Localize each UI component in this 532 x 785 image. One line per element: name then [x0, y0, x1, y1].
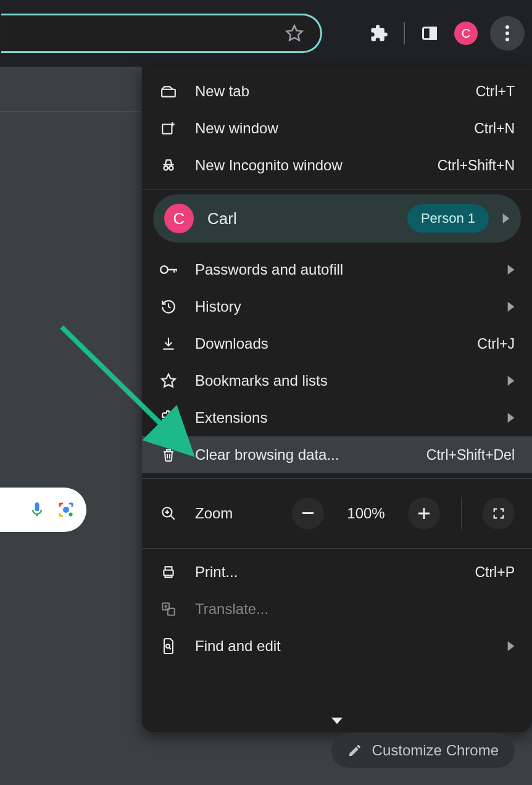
puzzle-icon — [159, 410, 178, 426]
menu-item-label: New Incognito window — [195, 157, 420, 174]
menu-item-zoom: Zoom 100% — [142, 484, 532, 543]
menu-item-label: Translate... — [195, 600, 515, 618]
chevron-right-icon — [504, 641, 515, 651]
chevron-right-icon — [504, 302, 515, 312]
svg-point-4 — [505, 31, 509, 35]
new-window-icon — [159, 120, 178, 136]
star-icon — [159, 373, 178, 389]
svg-rect-8 — [162, 89, 175, 97]
zoom-in-icon — [159, 505, 178, 521]
menu-item-shortcut: Ctrl+Shift+N — [438, 157, 515, 174]
fullscreen-button[interactable] — [483, 497, 515, 530]
menu-item-shortcut: Ctrl+Shift+Del — [426, 447, 515, 463]
profile-avatar-icon: C — [164, 204, 194, 233]
menu-separator — [142, 548, 532, 549]
zoom-in-button[interactable] — [408, 497, 440, 530]
menu-item-label: Downloads — [195, 335, 460, 352]
svg-marker-13 — [162, 374, 175, 387]
menu-item-label: Passwords and autofill — [195, 261, 486, 278]
svg-point-5 — [505, 38, 509, 41]
voice-search-icon[interactable] — [28, 501, 46, 518]
chevron-right-icon — [504, 376, 515, 386]
print-icon — [159, 564, 178, 580]
translate-icon — [159, 601, 178, 617]
main-menu-dropdown: New tab Ctrl+T New window Ctrl+N New Inc… — [142, 67, 532, 732]
svg-point-11 — [169, 166, 173, 170]
svg-point-10 — [164, 166, 168, 170]
zoom-separator — [461, 497, 462, 530]
chevron-right-icon — [502, 214, 510, 223]
extensions-puzzle-icon[interactable] — [367, 21, 391, 46]
pencil-icon — [347, 743, 362, 758]
menu-item-downloads[interactable]: Downloads Ctrl+J — [142, 325, 532, 362]
svg-point-21 — [166, 644, 170, 648]
customize-chrome-label: Customize Chrome — [372, 742, 499, 759]
menu-item-new-window[interactable]: New window Ctrl+N — [142, 110, 532, 147]
menu-item-print[interactable]: Print... Ctrl+P — [142, 554, 532, 591]
chevron-right-icon — [504, 265, 515, 275]
menu-item-clear-browsing-data[interactable]: Clear browsing data... Ctrl+Shift+Del — [142, 436, 532, 473]
menu-item-extensions[interactable]: Extensions — [142, 399, 532, 436]
browser-toolbar: C — [0, 0, 532, 67]
key-icon — [159, 264, 178, 275]
chevron-right-icon — [504, 413, 515, 423]
menu-item-shortcut: Ctrl+P — [475, 564, 515, 581]
menu-item-new-incognito[interactable]: New Incognito window Ctrl+Shift+N — [142, 147, 532, 184]
menu-item-label: Find and edit — [195, 638, 486, 655]
svg-rect-2 — [430, 28, 436, 39]
svg-rect-17 — [418, 513, 430, 515]
profile-avatar-button[interactable]: C — [454, 22, 478, 45]
customize-chrome-button[interactable]: Customize Chrome — [331, 733, 515, 768]
menu-scroll-down[interactable] — [142, 710, 532, 732]
menu-item-label: Extensions — [195, 409, 486, 426]
menu-item-shortcut: Ctrl+N — [474, 120, 515, 137]
svg-point-6 — [63, 507, 69, 513]
svg-rect-9 — [162, 125, 172, 134]
menu-item-label: Print... — [195, 563, 457, 581]
zoom-value: 100% — [341, 505, 391, 522]
menu-item-find-edit[interactable]: Find and edit — [142, 628, 532, 665]
svg-point-12 — [160, 266, 168, 273]
side-panel-icon[interactable] — [417, 21, 442, 46]
download-icon — [159, 336, 178, 352]
menu-item-shortcut: Ctrl+J — [477, 336, 515, 352]
history-icon — [159, 299, 178, 315]
lens-search-icon[interactable] — [57, 500, 75, 519]
svg-marker-0 — [287, 26, 302, 41]
zoom-out-button[interactable] — [292, 497, 324, 530]
tab-icon — [159, 85, 178, 98]
menu-item-shortcut: Ctrl+T — [476, 83, 515, 100]
menu-item-history[interactable]: History — [142, 288, 532, 325]
bookmark-star-icon[interactable] — [282, 21, 307, 46]
svg-point-3 — [505, 25, 509, 29]
menu-item-bookmarks[interactable]: Bookmarks and lists — [142, 362, 532, 399]
main-menu-button[interactable] — [490, 16, 525, 51]
page-divider — [0, 111, 142, 112]
menu-item-label: New window — [195, 120, 457, 137]
profile-name: Carl — [207, 209, 394, 228]
menu-item-profile[interactable]: C Carl Person 1 — [153, 194, 521, 243]
menu-item-label: History — [195, 298, 486, 315]
incognito-icon — [159, 157, 178, 173]
toolbar-separator — [404, 22, 405, 44]
menu-item-new-tab[interactable]: New tab Ctrl+T — [142, 73, 532, 110]
svg-point-7 — [69, 512, 72, 516]
zoom-label: Zoom — [195, 505, 275, 522]
menu-item-translate: Translate... — [142, 591, 532, 628]
menu-separator — [142, 478, 532, 479]
find-icon — [159, 638, 178, 655]
profile-badge: Person 1 — [407, 204, 489, 233]
menu-item-label: Bookmarks and lists — [195, 372, 486, 389]
search-actions-pill — [0, 488, 86, 532]
svg-rect-18 — [164, 570, 173, 576]
menu-item-label: New tab — [195, 83, 459, 100]
svg-rect-15 — [302, 512, 314, 514]
menu-separator — [142, 189, 532, 189]
menu-item-label: Clear browsing data... — [195, 446, 409, 463]
address-bar[interactable] — [1, 14, 322, 53]
menu-item-passwords[interactable]: Passwords and autofill — [142, 251, 532, 288]
trash-icon — [159, 447, 178, 463]
